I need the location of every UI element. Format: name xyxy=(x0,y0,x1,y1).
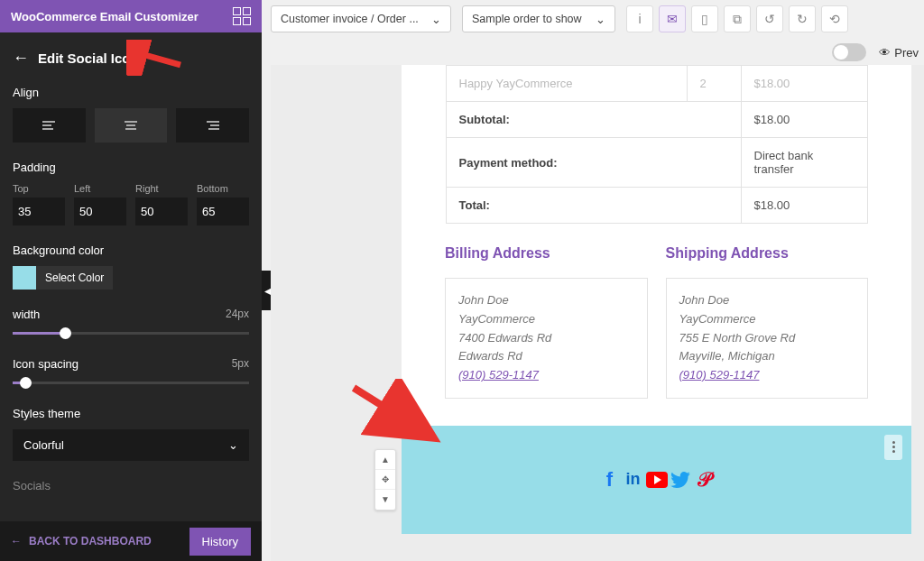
pinterest-icon[interactable]: 𝒫 xyxy=(693,469,715,491)
youtube-icon[interactable] xyxy=(646,469,668,491)
drag-move-icon[interactable]: ✥ xyxy=(375,470,395,490)
pad-top-input[interactable] xyxy=(13,198,65,225)
history-button[interactable]: History xyxy=(189,528,251,556)
redo-icon-button[interactable]: ↻ xyxy=(789,5,816,32)
billing-phone-link[interactable]: (910) 529-1147 xyxy=(458,368,539,382)
apps-icon[interactable] xyxy=(233,7,251,25)
width-label: width xyxy=(13,308,40,321)
select-color-text: Select Color xyxy=(36,271,113,284)
spacing-label: Icon spacing xyxy=(13,357,79,371)
table-row: Happy YayCommerce2$18.00 xyxy=(446,66,867,102)
spacing-slider[interactable] xyxy=(13,376,249,389)
align-right-button[interactable] xyxy=(176,108,249,143)
preview-button[interactable]: 👁 Prev xyxy=(879,46,919,60)
linkedin-icon[interactable]: in xyxy=(623,469,644,491)
eye-icon: 👁 xyxy=(879,46,891,60)
toggle-switch[interactable] xyxy=(832,43,866,61)
padding-label: Padding xyxy=(13,161,249,174)
pad-right-input[interactable] xyxy=(135,198,188,225)
align-left-button[interactable] xyxy=(13,108,86,143)
align-center-button[interactable] xyxy=(95,108,168,143)
info-icon-button[interactable]: i xyxy=(626,5,653,32)
bg-color-picker[interactable]: Select Color xyxy=(13,266,113,290)
move-up-icon[interactable]: ▲ xyxy=(375,450,395,470)
pad-left-input[interactable] xyxy=(74,198,126,225)
pad-bottom-label: Bottom xyxy=(197,183,249,194)
block-more-menu[interactable] xyxy=(884,435,902,460)
styles-theme-value: Colorful xyxy=(23,438,64,452)
social-icons-block[interactable]: ▲ ✥ ▼ f in 𝒫 xyxy=(402,426,911,534)
table-row: Total:$18.00 xyxy=(446,188,867,224)
table-row: Subtotal:$18.00 xyxy=(446,102,867,138)
styles-theme-label: Styles theme xyxy=(13,407,249,420)
move-down-icon[interactable]: ▼ xyxy=(375,490,395,510)
chevron-down-icon: ⌄ xyxy=(596,13,605,26)
twitter-icon[interactable] xyxy=(670,469,691,491)
pad-right-label: Right xyxy=(135,183,188,194)
socials-section-label: Socials xyxy=(0,470,262,494)
width-value: 24px xyxy=(226,308,249,321)
sample-order-dropdown[interactable]: Sample order to show⌄ xyxy=(462,5,615,32)
sidebar-header: WooCommerce Email Customizer xyxy=(0,0,262,32)
width-slider[interactable] xyxy=(13,326,249,339)
billing-address-title: Billing Address xyxy=(445,245,648,262)
pad-bottom-input[interactable] xyxy=(197,198,249,225)
settings-sidebar: WooCommerce Email Customizer ← Edit Soci… xyxy=(0,0,262,561)
facebook-icon[interactable]: f xyxy=(599,469,621,491)
back-arrow-icon[interactable]: ← xyxy=(13,49,29,68)
chevron-down-icon: ⌄ xyxy=(431,13,441,26)
undo-icon-button[interactable]: ↺ xyxy=(756,5,783,32)
billing-address-box: John Doe YayCommerce 7400 Edwards Rd Edw… xyxy=(445,278,648,399)
styles-theme-select[interactable]: Colorful ⌄ xyxy=(13,429,249,461)
email-preview: Happy YayCommerce2$18.00 Subtotal:$18.00… xyxy=(402,65,911,534)
table-row: Payment method:Direct bank transfer xyxy=(446,138,867,188)
pad-top-label: Top xyxy=(13,183,65,194)
order-summary-table: Happy YayCommerce2$18.00 Subtotal:$18.00… xyxy=(446,65,868,224)
shipping-address-title: Shipping Address xyxy=(666,245,869,262)
arrow-left-icon: ← xyxy=(11,535,22,547)
back-to-dashboard-link[interactable]: ← BACK TO DASHBOARD xyxy=(11,535,152,547)
panel-title-row: ← Edit Social Icon xyxy=(0,32,262,77)
page-view-icon-button[interactable]: ▯ xyxy=(691,5,718,32)
preview-canvas: Happy YayCommerce2$18.00 Subtotal:$18.00… xyxy=(271,65,924,561)
panel-title: Edit Social Icon xyxy=(38,51,139,66)
reset-icon-button[interactable]: ⟲ xyxy=(821,5,848,32)
copy-icon-button[interactable]: ⧉ xyxy=(724,5,751,32)
color-swatch xyxy=(13,266,36,290)
chevron-down-icon: ⌄ xyxy=(228,438,238,452)
email-view-icon-button[interactable]: ✉ xyxy=(659,5,686,32)
app-title: WooCommerce Email Customizer xyxy=(11,10,199,23)
block-float-controls: ▲ ✥ ▼ xyxy=(374,449,396,510)
bg-color-label: Background color xyxy=(13,244,249,257)
shipping-address-box: John Doe YayCommerce 755 E North Grove R… xyxy=(666,278,869,399)
spacing-value: 5px xyxy=(232,357,249,371)
email-template-dropdown[interactable]: Customer invoice / Order ...⌄ xyxy=(271,5,451,32)
shipping-phone-link[interactable]: (910) 529-1147 xyxy=(679,368,760,382)
top-toolbar: Customer invoice / Order ...⌄ Sample ord… xyxy=(271,5,919,32)
align-label: Align xyxy=(13,86,249,99)
pad-left-label: Left xyxy=(74,183,126,194)
